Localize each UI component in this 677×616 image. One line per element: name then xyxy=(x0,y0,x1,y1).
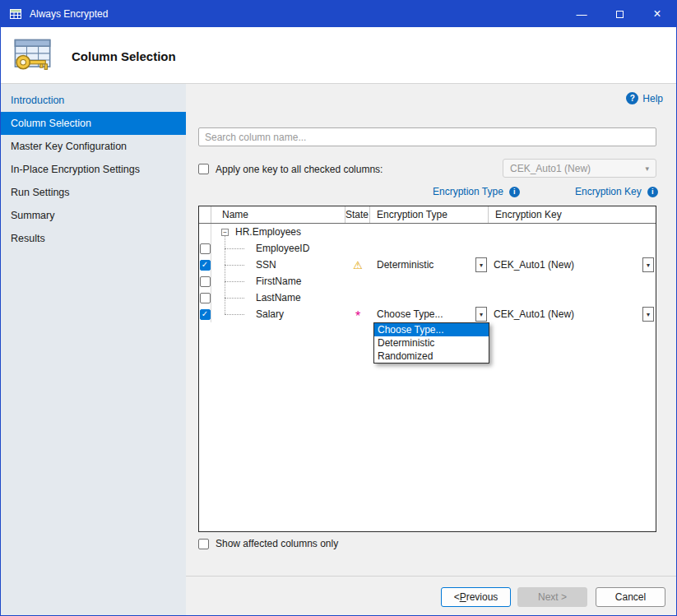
warning-triangle-icon: ⚠ xyxy=(353,260,363,271)
page-title: Column Selection xyxy=(72,49,176,63)
group-row-label: HR.Employees xyxy=(235,226,301,238)
dropdown-option-choose-type[interactable]: Choose Type... xyxy=(374,323,489,336)
titlebar: Always Encrypted — × xyxy=(1,1,676,27)
combo-arrow-icon[interactable]: ▾ xyxy=(475,307,487,322)
row-label: LastName xyxy=(256,292,301,303)
always-encrypted-wizard-window: Always Encrypted — × Column Select xyxy=(0,0,677,616)
columns-grid: Name State Encryption Type Encryption Ke… xyxy=(198,206,656,532)
help-label: Help xyxy=(642,93,663,104)
show-affected-label: Show affected columns only xyxy=(216,538,338,549)
required-asterisk-icon: * xyxy=(355,305,360,323)
sidebar-item-master-key-configuration[interactable]: Master Key Configuration xyxy=(1,135,186,158)
help-link[interactable]: ? Help xyxy=(626,92,663,104)
info-icon[interactable]: i xyxy=(647,187,658,197)
sidebar-item-introduction[interactable]: Introduction xyxy=(1,89,186,112)
show-affected-row: ✓ Show affected columns only xyxy=(198,538,338,549)
footer-divider xyxy=(186,576,676,577)
dropdown-option-deterministic[interactable]: Deterministic xyxy=(374,336,489,350)
combo-arrow-icon[interactable]: ▾ xyxy=(642,257,654,272)
row-checkbox[interactable]: ✓ xyxy=(200,276,211,287)
encryption-type-dropdown-list: Choose Type... Deterministic Randomized xyxy=(373,322,489,364)
row-checkbox[interactable]: ✓ xyxy=(200,260,211,271)
sidebar-item-column-selection[interactable]: Column Selection xyxy=(1,112,186,135)
combo-arrow-icon[interactable]: ▾ xyxy=(475,257,487,272)
row-checkbox[interactable]: ✓ xyxy=(200,243,211,254)
row-label: FirstName xyxy=(256,276,301,287)
show-affected-checkbox[interactable]: ✓ xyxy=(198,539,209,549)
row-label: SSN xyxy=(256,259,276,271)
maximize-button[interactable] xyxy=(600,1,638,27)
row-checkbox[interactable]: ✓ xyxy=(200,309,211,320)
table-row-group[interactable]: − HR.Employees xyxy=(199,224,656,240)
previous-button[interactable]: < Previous xyxy=(441,587,511,607)
sidebar-item-results[interactable]: Results xyxy=(1,227,186,250)
tree-collapse-icon[interactable]: − xyxy=(221,229,229,236)
sidebar-item-in-place-encryption-settings[interactable]: In-Place Encryption Settings xyxy=(1,158,186,181)
apply-key-dropdown-value: CEK_Auto1 (New) xyxy=(510,163,591,174)
info-icon[interactable]: i xyxy=(509,187,520,197)
wizard-header: Column Selection xyxy=(1,27,676,83)
apply-key-dropdown[interactable]: CEK_Auto1 (New) ▾ xyxy=(503,159,656,178)
search-input[interactable] xyxy=(198,127,656,146)
encryption-type-link[interactable]: Encryption Type i xyxy=(433,186,520,197)
table-key-icon xyxy=(11,34,53,79)
header-name: Name xyxy=(211,206,345,223)
encryption-key-cell[interactable]: CEK_Auto1 (New) ▾ xyxy=(489,257,656,273)
column-links-row: Encryption Type i Encryption Key i xyxy=(186,186,676,199)
apply-one-key-label: Apply one key to all checked columns: xyxy=(216,164,383,175)
app-table-icon xyxy=(9,7,22,21)
header-encryption-type: Encryption Type xyxy=(370,206,489,223)
row-label: Salary xyxy=(256,308,284,320)
grid-header-row: Name State Encryption Type Encryption Ke… xyxy=(199,206,656,224)
sidebar-item-run-settings[interactable]: Run Settings xyxy=(1,181,186,204)
chevron-down-icon: ▾ xyxy=(645,164,649,173)
sidebar-item-summary[interactable]: Summary xyxy=(1,204,186,227)
row-label: EmployeeID xyxy=(256,243,309,254)
main-content: ? Help ✓ Apply one key to all checked co… xyxy=(186,83,676,615)
cancel-button[interactable]: Cancel xyxy=(596,587,665,607)
window-title: Always Encrypted xyxy=(30,8,108,20)
combo-arrow-icon[interactable]: ▾ xyxy=(642,307,654,322)
header-checkbox-column xyxy=(199,206,211,223)
dropdown-option-randomized[interactable]: Randomized xyxy=(374,350,489,363)
header-encryption-key: Encryption Key xyxy=(489,206,656,223)
encryption-type-cell[interactable]: Deterministic ▾ xyxy=(370,257,489,273)
apply-one-key-checkbox[interactable]: ✓ xyxy=(198,164,209,174)
header-state: State xyxy=(345,206,370,223)
table-row[interactable]: ✓ EmployeeID xyxy=(199,240,656,257)
encryption-key-cell[interactable]: CEK_Auto1 (New) ▾ xyxy=(489,306,656,322)
window-controls: — × xyxy=(563,1,676,27)
row-checkbox[interactable]: ✓ xyxy=(200,293,211,303)
wizard-steps-sidebar: Introduction Column Selection Master Key… xyxy=(1,83,186,615)
encryption-key-link[interactable]: Encryption Key i xyxy=(575,186,658,197)
next-button[interactable]: Next > xyxy=(517,587,587,607)
minimize-button[interactable]: — xyxy=(563,1,600,27)
maximize-icon xyxy=(616,11,624,18)
help-icon: ? xyxy=(626,92,638,104)
apply-one-key-row: ✓ Apply one key to all checked columns: xyxy=(198,160,383,178)
encryption-type-cell[interactable]: Choose Type... ▾ xyxy=(370,306,489,322)
table-row[interactable]: ✓ Salary * Choose Type... ▾ CEK_Auto1 (N… xyxy=(199,306,656,322)
table-row[interactable]: ✓ LastName xyxy=(199,289,656,306)
table-row[interactable]: ✓ SSN ⚠ Deterministic ▾ CEK_Auto1 (New) … xyxy=(199,257,656,273)
table-row[interactable]: ✓ FirstName xyxy=(199,273,656,289)
close-button[interactable]: × xyxy=(638,1,676,27)
